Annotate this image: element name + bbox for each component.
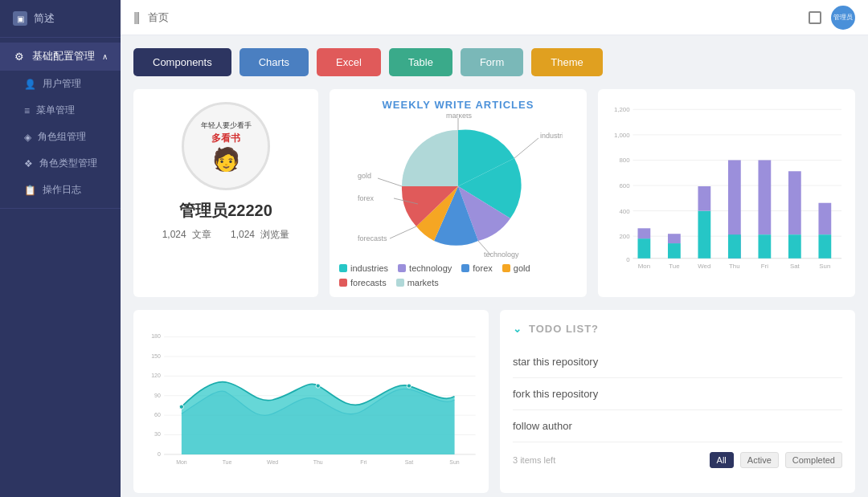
theme-button[interactable]: Theme (531, 48, 602, 76)
content-area: Components Charts Excel Table Form Theme… (121, 35, 868, 497)
table-button[interactable]: Table (389, 48, 452, 76)
todo-tab-all[interactable]: All (710, 452, 734, 468)
svg-line-0 (514, 138, 538, 158)
sidebar-item-log[interactable]: 📋 操作日志 (0, 177, 121, 203)
charts-button[interactable]: Charts (240, 48, 309, 76)
svg-rect-38 (758, 160, 771, 234)
sidebar-header-label: 简述 (34, 11, 55, 26)
legend-dot-industries (339, 264, 347, 272)
avatar[interactable]: 管理员 (831, 6, 855, 30)
svg-text:0: 0 (626, 256, 630, 263)
svg-text:800: 800 (619, 157, 630, 164)
legend-gold: gold (502, 263, 530, 273)
articles-stat: 1,024 文章 (162, 228, 211, 242)
svg-rect-30 (668, 234, 681, 243)
svg-text:200: 200 (619, 233, 630, 240)
legend-label-markets: markets (407, 278, 439, 287)
todo-item-3[interactable]: follow author (513, 410, 842, 442)
svg-rect-33 (698, 186, 710, 211)
bar-chart-panel: 1,200 1,000 800 600 400 200 0 (598, 89, 855, 297)
legend-technology: technology (398, 263, 452, 273)
svg-text:technology: technology (484, 251, 519, 259)
svg-rect-44 (818, 203, 831, 234)
meme-line1: 年轻人要少看手 (201, 121, 252, 129)
todo-item-2[interactable]: fork this repository (513, 378, 842, 410)
line-chart-panel: 180 150 120 90 60 30 0 Mon (133, 310, 489, 493)
bar-chart-svg: 1,200 1,000 800 600 400 200 0 (608, 99, 845, 275)
todo-tab-active[interactable]: Active (740, 452, 779, 468)
sidebar-item-roletype[interactable]: ❖ 角色类型管理 (0, 150, 121, 177)
legend-forecasts: forecasts (339, 278, 387, 287)
svg-text:90: 90 (154, 393, 161, 398)
svg-line-4 (378, 178, 402, 186)
svg-text:30: 30 (154, 431, 161, 437)
svg-text:Wed: Wed (267, 459, 278, 465)
sidebar: ▣ 简述 ⚙ 基础配置管理 ∧ 👤 用户管理 ≡ 菜单管理 ◈ 角色组管理 ❖ … (0, 0, 121, 497)
legend-label-technology: technology (409, 263, 452, 273)
sidebar-item-rolegroup[interactable]: ◈ 角色组管理 (0, 124, 121, 150)
log-icon: 📋 (24, 185, 36, 196)
todo-panel: ⌄ TODO LIST? star this repository fork t… (500, 310, 855, 493)
bottom-row: 180 150 120 90 60 30 0 Mon (133, 310, 855, 493)
svg-point-68 (179, 405, 183, 409)
sidebar-item-menu[interactable]: ≡ 菜单管理 (0, 97, 121, 124)
svg-point-69 (316, 384, 320, 388)
sidebar-item-user[interactable]: 👤 用户管理 (0, 71, 121, 97)
svg-rect-39 (758, 234, 771, 259)
fullscreen-icon[interactable] (809, 11, 821, 24)
legend-label-forecasts: forecasts (350, 278, 387, 287)
roletype-icon: ❖ (24, 158, 33, 169)
svg-rect-41 (788, 171, 801, 234)
todo-count: 3 items left (513, 455, 703, 465)
legend-forex: forex (461, 263, 492, 273)
svg-text:0: 0 (158, 451, 161, 457)
buttons-row: Components Charts Excel Table Form Theme (133, 48, 855, 76)
todo-title: TODO LIST? (529, 323, 599, 335)
hamburger-icon[interactable]: ||| (133, 10, 138, 25)
sidebar-logo-icon: ▣ (13, 11, 27, 26)
rolegroup-icon: ◈ (24, 132, 31, 143)
line-chart-svg: 180 150 120 90 60 30 0 Mon (143, 320, 479, 480)
todo-item-1[interactable]: star this repository (513, 346, 842, 378)
legend-markets: markets (396, 278, 439, 287)
chevron-down-icon: ⌄ (513, 323, 522, 335)
chevron-icon: ∧ (102, 52, 108, 61)
svg-text:Sat: Sat (790, 263, 800, 270)
header: ||| 首页 管理员 (121, 0, 868, 35)
legend-label-industries: industries (350, 263, 388, 273)
svg-line-2 (390, 226, 416, 238)
articles-label: 文章 (192, 229, 211, 240)
profile-image: 年轻人要少看手 多看书 🧑 (182, 102, 270, 190)
svg-text:120: 120 (151, 373, 161, 378)
svg-text:60: 60 (154, 412, 161, 418)
avatar-text: 管理员 (833, 13, 853, 22)
svg-rect-27 (637, 228, 650, 238)
views-stat: 1,024 浏览量 (231, 228, 289, 242)
svg-rect-45 (818, 234, 831, 259)
meme-text: 年轻人要少看手 多看书 (201, 120, 252, 147)
components-button[interactable]: Components (133, 48, 231, 76)
sidebar-item-config[interactable]: ⚙ 基础配置管理 ∧ (0, 43, 121, 71)
svg-text:Thu: Thu (729, 263, 740, 270)
todo-header: ⌄ TODO LIST? (513, 323, 842, 335)
legend-dot-technology (398, 264, 406, 272)
legend-label-forex: forex (473, 263, 492, 273)
excel-button[interactable]: Excel (317, 48, 381, 76)
views-count: 1,024 (231, 229, 255, 240)
menu-icon: ≡ (24, 105, 30, 116)
todo-footer: 3 items left All Active Completed (513, 452, 842, 468)
svg-text:forecasts: forecasts (358, 234, 387, 242)
form-button[interactable]: Form (461, 48, 523, 76)
legend-dot-markets (396, 279, 404, 287)
svg-text:Mon: Mon (176, 459, 187, 465)
articles-count: 1,024 (162, 229, 186, 240)
legend-label-gold: gold (514, 263, 530, 273)
top-row: 年轻人要少看手 多看书 🧑 管理员22220 1,024 文章 1,024 浏览… (133, 89, 855, 297)
main-area: ||| 首页 管理员 Components Charts Excel Table… (121, 0, 868, 497)
sidebar-section-config: ⚙ 基础配置管理 ∧ 👤 用户管理 ≡ 菜单管理 ◈ 角色组管理 ❖ 角色类型管… (0, 38, 121, 209)
todo-tab-completed[interactable]: Completed (785, 452, 842, 468)
svg-text:industries: industries (540, 132, 563, 140)
svg-text:Sun: Sun (449, 459, 460, 465)
pie-legend: industries technology forex gold (339, 263, 577, 287)
pie-chart-title: WEEKLY WRITE ARTICLES (339, 99, 577, 111)
